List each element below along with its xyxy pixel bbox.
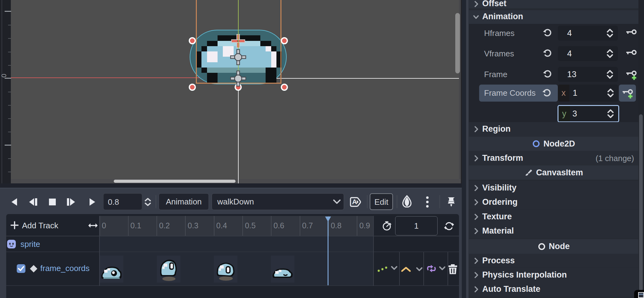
svg-text:A: A bbox=[352, 198, 357, 206]
